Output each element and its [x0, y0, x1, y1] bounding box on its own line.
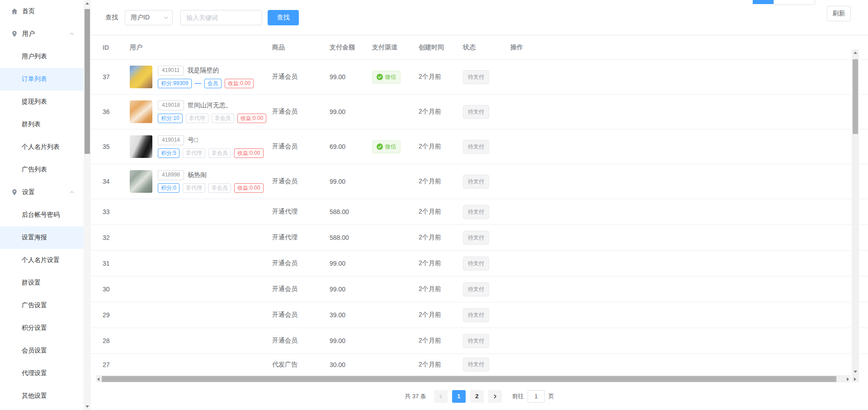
- wechat-icon: [377, 143, 383, 150]
- location-pin-icon: [11, 30, 18, 38]
- toolbar: 查找 用户ID 查找 刷新: [91, 0, 868, 35]
- page-button-2[interactable]: 2: [470, 390, 484, 403]
- sidebar-section-label: 用户: [22, 30, 35, 38]
- user-name: 世间山河无恙。: [188, 101, 232, 110]
- non-member-badge: 非会员: [208, 183, 231, 193]
- user-id-chip: 419011: [158, 66, 184, 75]
- col-actions: 操作: [510, 43, 868, 52]
- sidebar-item-order-list[interactable]: 订单列表: [0, 68, 84, 91]
- scroll-left-icon[interactable]: [97, 377, 99, 381]
- sidebar-item-card-list[interactable]: 个人名片列表: [0, 136, 84, 158]
- table-row-27: 27 代发广告 30.00 2个月前 待支付: [91, 354, 868, 375]
- sidebar-item-group-list[interactable]: 群列表: [0, 113, 84, 136]
- avatar: [130, 170, 152, 193]
- goto-suffix: 页: [548, 392, 554, 400]
- user-id-chip: 419014: [158, 135, 184, 145]
- sidebar-section-label: 设置: [22, 188, 35, 196]
- points-badge: 积分:5: [158, 148, 179, 158]
- sidebar-scrollbar[interactable]: [84, 0, 91, 410]
- status-badge: 待支付: [463, 308, 489, 322]
- avatar: [130, 100, 152, 123]
- status-badge: 待支付: [463, 105, 489, 119]
- table-row-33: 33 开通代理 588.00 2个月前 待支付: [91, 199, 868, 225]
- scroll-down-icon[interactable]: [85, 405, 89, 408]
- refresh-button[interactable]: 刷新: [827, 6, 851, 21]
- search-label: 查找: [105, 14, 118, 22]
- user-id-chip: 418998: [158, 170, 184, 180]
- col-product: 商品: [272, 43, 330, 52]
- user-name: 我是隔壁的: [187, 67, 219, 75]
- filter-select-value: 用户ID: [131, 14, 150, 22]
- sidebar-section-users[interactable]: 用户: [0, 23, 84, 45]
- location-pin-icon: [11, 189, 18, 196]
- income-badge: 收益:0.00: [225, 79, 254, 88]
- keyword-input[interactable]: [180, 10, 262, 25]
- col-created: 创建时间: [419, 43, 463, 52]
- sidebar-item-home[interactable]: 首页: [0, 0, 84, 23]
- status-badge: 待支付: [463, 334, 489, 348]
- col-channel: 支付渠道: [372, 43, 419, 52]
- vertical-scrollbar-thumb[interactable]: [853, 59, 858, 134]
- main-content: 查找 用户ID 查找 刷新 ID 用户 商品 支付金额 支付渠道 创建时间 状态…: [91, 0, 868, 410]
- sidebar-item-withdraw-list[interactable]: 提现列表: [0, 91, 84, 113]
- scroll-down-icon[interactable]: [854, 371, 857, 373]
- table-row-28: 28 开通会员 99.00 2个月前 待支付: [91, 328, 868, 354]
- non-agent-badge: 非代理: [183, 148, 205, 158]
- non-agent-badge: 非代理: [183, 183, 205, 193]
- col-user: 用户: [130, 43, 272, 52]
- status-badge: 待支付: [463, 205, 489, 219]
- sidebar-item-group-setting[interactable]: 群设置: [0, 272, 84, 294]
- table-row-35: 35 419014 号□ 积分:5 非代理 非会员 收益:0.00: [91, 129, 868, 164]
- sidebar-section-settings[interactable]: 设置: [0, 181, 84, 204]
- user-id-chip: 419018: [158, 100, 184, 110]
- goto-label: 前往: [512, 392, 524, 400]
- app-root: 首页 用户 用户列表 订单列表 提现列表 群列表 个人名片列表 广告列表 设置 …: [0, 0, 868, 410]
- prev-page-button[interactable]: [434, 390, 448, 403]
- next-page-button[interactable]: [488, 390, 502, 403]
- chevron-down-icon: [163, 15, 169, 20]
- sidebar-item-member-setting[interactable]: 会员设置: [0, 339, 84, 362]
- scroll-right-icon[interactable]: [854, 377, 856, 381]
- status-badge: 待支付: [463, 358, 489, 372]
- income-badge: 收益:0.00: [234, 148, 264, 158]
- table-row-36: 36 419018 世间山河无恙。 积分:10 非代理 非会员 收益:0.00: [91, 95, 868, 129]
- points-badge: 积分:10: [158, 114, 183, 123]
- col-amount: 支付金额: [330, 43, 372, 52]
- chevron-right-icon: [492, 394, 498, 399]
- income-badge: 收益:0.00: [234, 183, 264, 193]
- scroll-up-icon[interactable]: [854, 52, 857, 54]
- page-button-1[interactable]: 1: [452, 390, 466, 403]
- wechat-icon: [377, 74, 383, 80]
- status-badge: 待支付: [463, 70, 489, 84]
- filter-select[interactable]: 用户ID: [125, 10, 173, 25]
- sidebar-item-points-setting[interactable]: 积分设置: [0, 317, 84, 339]
- sidebar-item-admin-password[interactable]: 后台帐号密码: [0, 204, 84, 226]
- non-agent-badge: 非代理: [186, 114, 208, 123]
- vertical-scrollbar[interactable]: [852, 49, 859, 375]
- sidebar-scrollbar-thumb[interactable]: [85, 9, 90, 154]
- goto-page-input[interactable]: [528, 390, 545, 403]
- horizontal-scrollbar-thumb[interactable]: [102, 376, 836, 382]
- sidebar-item-card-setting[interactable]: 个人名片设置: [0, 249, 84, 272]
- sidebar-item-other-setting[interactable]: 其他设置: [0, 385, 84, 407]
- sidebar-item-poster-setting[interactable]: 设置海报: [0, 226, 84, 249]
- status-badge: 待支付: [463, 231, 489, 245]
- wechat-channel-tag: 微信: [372, 71, 401, 84]
- horizontal-scrollbar[interactable]: [96, 375, 850, 382]
- scroll-up-icon[interactable]: [85, 2, 89, 5]
- table-row-37: 37 419011 我是隔壁的 积分:99309 — 会员 收益:0.00: [91, 60, 868, 95]
- scroll-right-icon[interactable]: [847, 377, 849, 381]
- wechat-channel-tag: 微信: [372, 140, 401, 153]
- non-member-badge: 非会员: [208, 148, 231, 158]
- orders-table: ID 用户 商品 支付金额 支付渠道 创建时间 状态 操作 37 419011 …: [91, 35, 868, 382]
- home-icon: [11, 8, 18, 15]
- sidebar-item-ad-setting[interactable]: 广告设置: [0, 294, 84, 317]
- sidebar-menu: 首页 用户 用户列表 订单列表 提现列表 群列表 个人名片列表 广告列表 设置 …: [0, 0, 84, 407]
- sidebar-item-agent-setting[interactable]: 代理设置: [0, 362, 84, 385]
- table-row-30: 30 开通会员 99.00 2个月前 待支付: [91, 277, 868, 302]
- sidebar-item-ad-list[interactable]: 广告列表: [0, 158, 84, 181]
- avatar: [130, 135, 152, 158]
- sidebar-item-user-list[interactable]: 用户列表: [0, 45, 84, 68]
- search-button[interactable]: 查找: [268, 10, 299, 25]
- points-badge: 积分:99309: [158, 79, 192, 88]
